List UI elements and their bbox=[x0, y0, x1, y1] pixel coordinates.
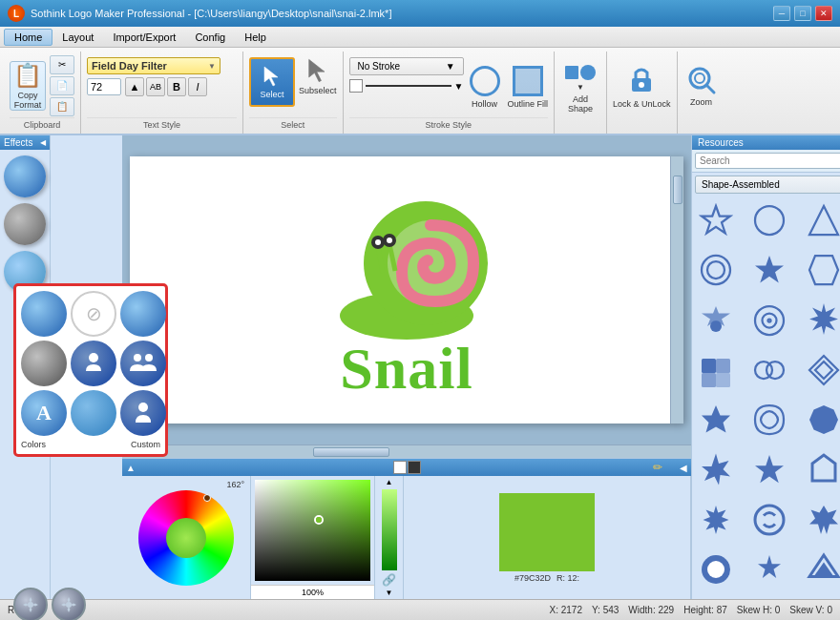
canvas[interactable]: Snail bbox=[130, 156, 683, 424]
paste-button[interactable]: 📋 bbox=[50, 97, 74, 116]
svg-point-25 bbox=[375, 239, 381, 245]
close-button[interactable]: ✕ bbox=[815, 6, 832, 21]
shape-29[interactable] bbox=[695, 548, 737, 590]
select-group: Select Subselect Select bbox=[243, 52, 344, 134]
status-width: Width: 229 bbox=[628, 605, 674, 615]
effect-item-person[interactable] bbox=[71, 341, 116, 386]
cut-button[interactable]: ✂ bbox=[50, 55, 74, 74]
shape-11[interactable] bbox=[803, 300, 841, 341]
zoom-button[interactable]: Zoom bbox=[686, 53, 717, 117]
addshape-label: AddShape bbox=[568, 94, 593, 114]
hscrollbar-thumb[interactable] bbox=[313, 447, 389, 457]
lock-unlock-button[interactable]: Lock & UnLock bbox=[613, 53, 671, 117]
shape-21[interactable] bbox=[695, 448, 737, 490]
shape-17[interactable] bbox=[695, 399, 737, 441]
effect-item-a[interactable]: A bbox=[21, 390, 67, 436]
shape-10[interactable] bbox=[748, 300, 790, 341]
effect-item-no[interactable]: ⊘ bbox=[71, 291, 116, 337]
color-panel-header: ▲ ✏ ◀ bbox=[122, 459, 691, 476]
shape-25[interactable] bbox=[695, 499, 737, 541]
menu-config[interactable]: Config bbox=[185, 30, 235, 45]
color-box-dark[interactable] bbox=[408, 461, 421, 474]
font-size-input[interactable]: 72 bbox=[87, 78, 121, 95]
shape-19[interactable] bbox=[803, 399, 841, 441]
shape-6[interactable] bbox=[748, 249, 790, 291]
effect-item-1[interactable] bbox=[21, 291, 67, 337]
maximize-button[interactable]: □ bbox=[794, 6, 811, 21]
shape-7[interactable] bbox=[803, 249, 841, 291]
shape-18[interactable] bbox=[748, 399, 790, 441]
minimize-button[interactable]: ─ bbox=[773, 6, 790, 21]
svg-point-11 bbox=[134, 354, 141, 362]
vscrollbar-thumb[interactable] bbox=[673, 176, 682, 204]
stroke-selector[interactable]: No Stroke ▼ bbox=[349, 57, 464, 75]
svg-point-10 bbox=[89, 353, 98, 362]
gradient-indicator[interactable] bbox=[314, 515, 324, 525]
stroke-dropdown-arrow[interactable]: ▼ bbox=[454, 81, 464, 92]
canvas-vscrollbar[interactable] bbox=[670, 156, 683, 424]
shape-5[interactable] bbox=[695, 249, 737, 291]
svg-rect-43 bbox=[716, 359, 730, 373]
shape-15[interactable] bbox=[803, 349, 841, 391]
canvas-hscrollbar[interactable] bbox=[122, 444, 691, 458]
resources-type-select[interactable]: Shape-Assembled bbox=[695, 176, 840, 194]
solid-color-box[interactable] bbox=[499, 493, 595, 571]
shape-2[interactable] bbox=[748, 199, 790, 241]
subselect-button[interactable]: Subselect bbox=[299, 57, 337, 95]
shape-13[interactable] bbox=[695, 349, 737, 391]
resources-dropdown[interactable]: Shape-Assembled bbox=[695, 176, 840, 194]
svg-rect-2 bbox=[565, 66, 578, 79]
shape-26[interactable] bbox=[748, 499, 790, 541]
stroke-color-box[interactable] bbox=[349, 79, 363, 93]
menu-importexport[interactable]: Import/Export bbox=[103, 30, 185, 45]
increase-size-button[interactable]: ▲ bbox=[125, 77, 144, 96]
effect-item-gray-lg[interactable] bbox=[21, 341, 67, 386]
copy-format-button[interactable]: 📋 CopyFormat bbox=[10, 61, 46, 111]
svg-line-9 bbox=[706, 85, 714, 93]
effect-gray-gradient[interactable] bbox=[4, 203, 46, 245]
menu-home[interactable]: Home bbox=[4, 29, 52, 46]
strip-up-arrow[interactable]: ▲ bbox=[386, 478, 393, 486]
shape-3[interactable] bbox=[803, 199, 841, 241]
menu-layout[interactable]: Layout bbox=[52, 30, 103, 45]
color-wheel[interactable] bbox=[138, 490, 234, 586]
copy-button[interactable]: 📄 bbox=[50, 76, 74, 95]
strip-gradient[interactable] bbox=[382, 489, 397, 570]
effect-item-2[interactable] bbox=[120, 291, 166, 337]
font-dropdown-arrow: ▼ bbox=[208, 62, 216, 71]
resources-search-input[interactable] bbox=[695, 153, 840, 169]
ab-button[interactable]: AB bbox=[146, 77, 165, 96]
canvas-scroll[interactable]: Snail bbox=[122, 135, 691, 444]
font-selector[interactable]: Field Day Filter ▼ bbox=[87, 57, 220, 74]
effect-blue-gradient[interactable] bbox=[4, 155, 46, 197]
window-controls[interactable]: ─ □ ✕ bbox=[773, 6, 832, 21]
strip-down-arrow[interactable]: ▼ bbox=[386, 589, 393, 597]
hollow-button[interactable]: Hollow bbox=[470, 66, 500, 109]
shape-30[interactable] bbox=[748, 548, 790, 590]
shape-31[interactable] bbox=[803, 548, 841, 590]
shape-1[interactable] bbox=[695, 199, 737, 241]
effects-panel-arrow[interactable]: ◀ bbox=[40, 138, 46, 147]
color-boxes bbox=[393, 461, 421, 474]
outline-fill-button[interactable]: Outline Fill bbox=[508, 66, 549, 109]
gear-icon-1[interactable] bbox=[13, 588, 48, 620]
effect-item-persons[interactable] bbox=[120, 341, 166, 386]
pencil-icon[interactable]: ✏ bbox=[653, 461, 662, 474]
shape-22[interactable] bbox=[748, 448, 790, 490]
effect-item-small[interactable] bbox=[71, 390, 116, 436]
link-icon[interactable]: 🔗 bbox=[382, 573, 396, 587]
gradient-box[interactable] bbox=[255, 480, 370, 581]
shape-27[interactable] bbox=[803, 499, 841, 541]
select-button[interactable]: Select bbox=[249, 57, 295, 107]
shape-9[interactable] bbox=[695, 300, 737, 341]
color-box-white[interactable] bbox=[393, 461, 407, 474]
shape-14[interactable] bbox=[748, 349, 790, 391]
italic-button[interactable]: I bbox=[188, 77, 207, 96]
gear-icon-2[interactable] bbox=[52, 588, 86, 620]
shape-23[interactable] bbox=[803, 448, 841, 490]
titlebar-title: Sothink Logo Maker Professional - [C:\Us… bbox=[31, 8, 391, 19]
bold-button[interactable]: B bbox=[167, 77, 186, 96]
add-shape-button[interactable]: ▼ AddShape bbox=[563, 53, 598, 117]
effect-item-person-pair[interactable] bbox=[120, 390, 166, 436]
menu-help[interactable]: Help bbox=[235, 30, 276, 45]
